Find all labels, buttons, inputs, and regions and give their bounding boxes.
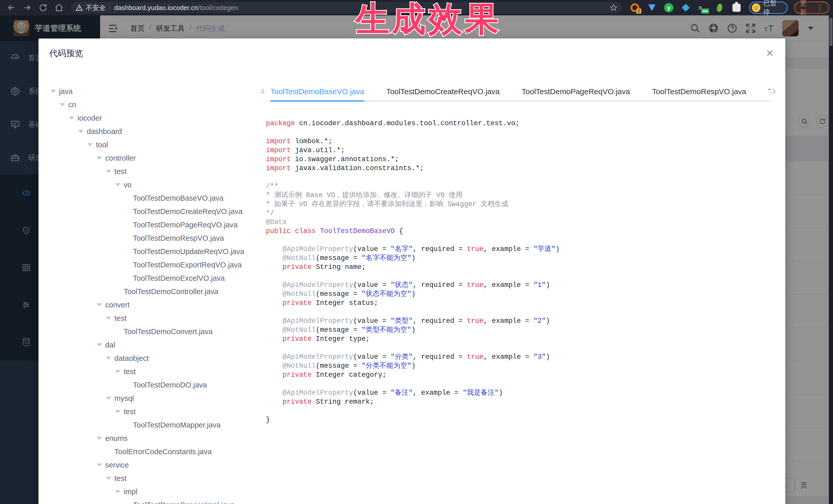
tree-file-row[interactable]: ToolErrorCodeConstants.java [45,445,258,458]
tree-folder-row[interactable]: service [45,458,258,472]
forward-icon[interactable] [23,3,32,12]
code-line: } [266,415,778,425]
tree-caret-icon[interactable] [96,302,103,308]
tab-1[interactable]: ToolTestDemoCreateReqVO.java [386,83,500,102]
tree-folder-row[interactable]: vo [45,178,258,191]
tab-4[interactable]: ToolTe [768,83,770,102]
tree-file-row[interactable]: ToolTestDemoController.java [45,285,258,298]
code-line: */ [266,209,778,218]
extension-diamond-icon[interactable] [681,3,691,13]
profile-paused-button[interactable]: ☺ 已暂停 [749,2,788,14]
code-line: public class ToolTestDemoBaseVO { [266,227,778,236]
close-icon[interactable]: ✕ [765,48,775,58]
tree-folder-row[interactable]: dashboard [45,125,258,138]
tree-folder-row[interactable]: impl [45,485,258,498]
tabs-scroll-left-icon[interactable] [260,83,268,99]
tree-folder-row[interactable]: controller [45,151,258,165]
extension-badge: 1 [637,8,641,14]
tree-caret-icon[interactable] [59,101,66,108]
tree-folder-row[interactable]: test [45,472,258,485]
tree-file-row[interactable]: ToolTestDemoCreateReqVO.java [45,205,258,218]
tree-node-label: ToolTestDemoPageReqVO.java [133,221,238,229]
tree-caret-icon[interactable] [115,368,121,375]
profile-avatar-emoji: ☺ [752,3,760,12]
tree-file-row[interactable]: ToolTestDemoRespVO.java [45,232,258,245]
code-line [266,173,778,182]
tree-folder-row[interactable]: test [45,165,258,178]
tree-folder-row[interactable]: cn [45,98,258,111]
tree-file-row[interactable]: ToolTestDemoExportReqVO.java [45,258,258,271]
code-line: @ApiModelProperty(value = "状态", required… [266,281,778,290]
tree-caret-placeholder [124,502,130,504]
extension-gem-icon[interactable] [647,3,657,13]
address-bar[interactable]: 不安全 dashboard.yudao.iocoder.cn/tool/code… [71,2,622,13]
home-icon[interactable] [54,3,64,12]
code-line [266,380,778,388]
tree-caret-icon[interactable] [115,488,121,495]
tree-folder-row[interactable]: dal [45,338,258,352]
tree-folder-row[interactable]: test [45,405,258,418]
tree-folder-row[interactable]: test [45,312,258,325]
extension-list-icon[interactable]: ≡on [698,3,708,13]
tabs-scroll-right-icon[interactable] [770,83,779,99]
browser-scrollbar[interactable] [829,16,833,504]
tree-caret-placeholder [124,275,130,282]
extensions-puzzle-icon[interactable] [732,3,741,13]
tree-file-row[interactable]: ToolTestDemoBaseVO.java [45,191,258,205]
tree-caret-placeholder [124,422,130,428]
back-icon[interactable] [7,3,16,12]
tree-file-row[interactable]: ToolTestDemoPageReqVO.java [45,218,258,232]
tab-2[interactable]: ToolTestDemoPageReqVO.java [522,83,630,102]
tree-file-row[interactable]: ToolTestDemoDO.java [45,378,258,391]
tree-file-row[interactable]: ToolTestDemoMapper.java [45,418,258,432]
tree-node-label: ToolTestDemoRespVO.java [133,234,224,242]
tree-caret-icon[interactable] [87,141,93,148]
tree-file-row[interactable]: ToolTestDemoServiceImpl.java [45,498,258,504]
tree-caret-icon[interactable] [68,115,75,121]
code-line: @NotNull(message = "分类不能为空") [266,362,778,370]
tree-file-row[interactable]: ToolTestDemoExcelVO.java [45,271,258,285]
tree-node-label: mysql [115,394,134,403]
tree-caret-icon[interactable] [105,395,112,402]
tree-caret-icon[interactable] [105,475,112,482]
tree-caret-icon[interactable] [105,355,112,362]
tab-3[interactable]: ToolTestDemoRespVO.java [652,83,746,102]
tree-caret-icon[interactable] [105,315,112,321]
tree-folder-row[interactable]: tool [45,138,258,151]
code-line: private Integer status; [266,299,778,308]
tree-folder-row[interactable]: iocoder [45,111,258,125]
url-path: /tool/codegen [198,4,238,12]
tree-folder-row[interactable]: java [45,85,258,98]
tree-caret-placeholder [124,262,130,268]
tree-caret-icon[interactable] [50,88,56,95]
tree-caret-icon[interactable] [96,341,103,348]
extension-plant-icon[interactable] [715,3,724,13]
tree-folder-row[interactable]: enums [45,432,258,445]
tree-caret-icon[interactable] [96,155,103,162]
tree-file-row[interactable]: ToolTestDemoUpdateReqVO.java [45,245,258,258]
browser-menu-icon[interactable]: ⋮ [816,5,824,10]
tree-folder-row[interactable]: convert [45,298,258,312]
tree-caret-icon[interactable] [105,168,112,175]
reload-icon[interactable] [39,3,48,12]
tree-caret-icon[interactable] [115,408,121,415]
tree-node-label: ToolTestDemoDO.java [133,381,207,389]
tree-caret-icon[interactable] [96,435,103,442]
tree-folder-row[interactable]: test [45,365,258,378]
warning-icon [75,4,83,11]
extension-orange-icon[interactable]: 1 [630,3,640,13]
tab-0[interactable]: ToolTestDemoBaseVO.java [270,83,364,102]
tree-folder-row[interactable]: mysql [45,391,258,405]
browser-update-button[interactable]: 更新 ⋮ [794,2,829,14]
tree-caret-icon[interactable] [96,462,103,468]
tree-caret-icon[interactable] [115,182,121,188]
tree-node-label: ToolTestDemoConvert.java [124,328,213,336]
tree-file-row[interactable]: ToolTestDemoConvert.java [45,325,258,338]
scrollbar-thumb[interactable] [829,18,832,46]
extension-green-circle-icon[interactable]: y [664,3,674,13]
code-line: private String name; [266,263,778,272]
tree-caret-icon[interactable] [77,128,84,135]
tree-node-label: dashboard [87,127,122,136]
bookmark-star-icon[interactable] [610,4,618,12]
tree-folder-row[interactable]: dataobject [45,352,258,365]
